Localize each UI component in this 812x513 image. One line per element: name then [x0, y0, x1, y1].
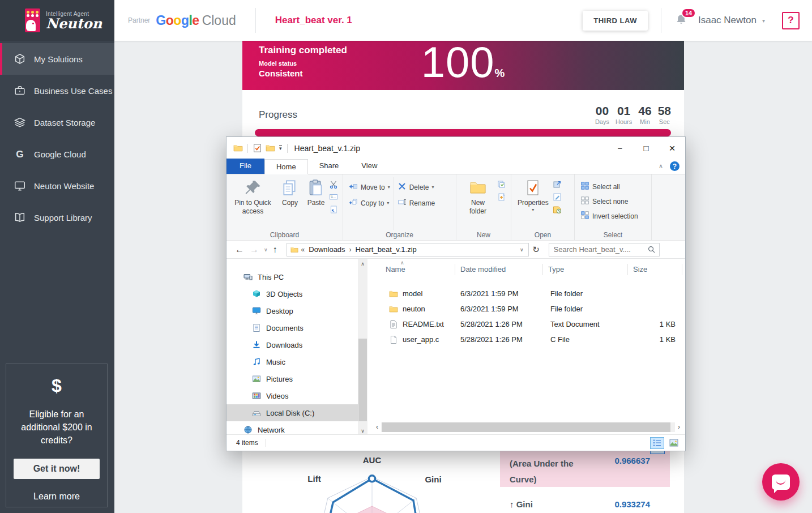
copy-to-button[interactable]: Copy to▾: [349, 198, 390, 208]
thumbnails-view-button[interactable]: [666, 437, 681, 449]
chat-launcher-button[interactable]: [762, 463, 800, 501]
tab-view[interactable]: View: [350, 159, 388, 174]
properties-button[interactable]: Properties ▾: [514, 177, 553, 230]
new-item-button[interactable]: [497, 193, 508, 202]
scroll-right-icon[interactable]: ›: [675, 423, 683, 431]
file-row-model[interactable]: model6/3/2021 1:59 PMFile folder: [367, 286, 682, 301]
cut-button[interactable]: [329, 180, 340, 189]
refresh-button[interactable]: ↻: [529, 243, 544, 256]
file-row-neuton[interactable]: neuton6/3/2021 1:59 PMFile folder: [367, 301, 682, 317]
paste-button[interactable]: Paste: [303, 177, 329, 230]
address-folder-icon: [290, 246, 298, 254]
move-to-button[interactable]: Move to▾: [349, 182, 390, 193]
copy-path-button[interactable]: \\...: [329, 193, 340, 202]
this-pc-icon: [243, 272, 253, 281]
quickaccess-newfolder-icon[interactable]: [266, 143, 275, 153]
rename-button[interactable]: Rename: [398, 198, 435, 208]
column-header-date-modified[interactable]: Date modified: [455, 264, 543, 275]
user-menu-chevron-icon[interactable]: ▾: [762, 18, 765, 24]
select-none-icon: [580, 196, 589, 207]
user-name[interactable]: Isaac Newton: [698, 15, 757, 26]
countdown-timer: 00Days01Hours46Min58Sec: [595, 104, 671, 125]
help-button[interactable]: ?: [782, 12, 800, 29]
app-logo[interactable]: Intelligent Agent Neuton: [0, 0, 114, 41]
sidebar-item-support-library[interactable]: Support Library: [0, 202, 114, 233]
nav-item-3d-objects[interactable]: 3D Objects: [226, 285, 358, 302]
forward-button[interactable]: →: [250, 245, 259, 255]
details-view-button[interactable]: [650, 437, 664, 449]
address-input[interactable]: « Downloads › Heart_beat_v.1.zip ∨: [287, 243, 529, 256]
edit-button[interactable]: [553, 193, 564, 202]
minimize-button[interactable]: −: [607, 137, 633, 159]
file-row-user-app-c[interactable]: user_app.c5/28/2021 1:26 PMC File1 KB: [367, 332, 682, 347]
nav-item-network[interactable]: Network: [226, 421, 358, 435]
nav-item-music[interactable]: Music: [226, 353, 358, 370]
open-button[interactable]: [553, 180, 564, 189]
screen: Intelligent Agent Neuton My SolutionsBus…: [0, 0, 812, 513]
paste-shortcut-button[interactable]: [329, 205, 340, 214]
sidebar-item-my-solutions[interactable]: My Solutions: [0, 43, 114, 75]
recent-locations-icon[interactable]: ∨: [264, 247, 268, 253]
column-header-type[interactable]: Type: [543, 264, 628, 275]
select-none-button[interactable]: Select none: [580, 196, 638, 207]
copy-button[interactable]: Copy: [277, 177, 303, 230]
tab-file[interactable]: File: [226, 159, 264, 174]
nav-item-label: Music: [266, 358, 285, 366]
nav-item-desktop[interactable]: Desktop: [226, 302, 358, 319]
breadcrumb-downloads[interactable]: Downloads: [306, 245, 348, 254]
invert-selection-icon: [580, 211, 589, 221]
network-icon: [243, 425, 253, 434]
tree-scroll-thumb[interactable]: [358, 339, 367, 421]
new-folder-button[interactable]: New folder: [459, 177, 497, 230]
quickaccess-customize-icon[interactable]: ▾: [279, 145, 282, 151]
address-dropdown-icon[interactable]: ∨: [518, 247, 526, 253]
close-button[interactable]: ×: [659, 137, 685, 159]
tab-share[interactable]: Share: [308, 159, 351, 174]
notifications-bell-icon[interactable]: 14: [674, 13, 689, 28]
collapse-ribbon-icon[interactable]: ∧: [659, 163, 663, 170]
delete-button[interactable]: Delete▾: [398, 182, 435, 193]
nav-item-downloads[interactable]: Downloads: [226, 336, 358, 353]
metrics-radar-chart: AUC Lift Gini: [242, 450, 508, 513]
easy-access-button[interactable]: [497, 180, 508, 189]
sidebar-item-neuton-website[interactable]: Neuton Website: [0, 170, 114, 202]
get-it-now-button[interactable]: Get it now!: [14, 459, 100, 479]
dollar-icon: $: [6, 375, 107, 396]
file-row-readme-txt[interactable]: README.txt5/28/2021 1:26 PMText Document…: [367, 317, 682, 332]
tree-scrollbar[interactable]: ∧ ∨: [358, 259, 367, 435]
top-header: Partner Google Cloud Heart_beat ver. 1 T…: [114, 0, 812, 41]
sidebar-item-dataset-storage[interactable]: Dataset Storage: [0, 106, 114, 138]
tab-home[interactable]: Home: [264, 159, 308, 174]
tree-scroll-up-icon[interactable]: ∧: [358, 259, 367, 268]
scroll-left-icon[interactable]: ‹: [373, 423, 381, 431]
up-button[interactable]: ↑: [273, 245, 277, 255]
invert-selection-button[interactable]: Invert selection: [580, 211, 638, 221]
explorer-help-icon[interactable]: ?: [670, 161, 679, 171]
column-header-name[interactable]: Name∧: [367, 264, 455, 275]
search-input[interactable]: [549, 245, 644, 254]
nav-item-this-pc[interactable]: This PC: [226, 268, 358, 285]
hscroll-thumb[interactable]: [382, 422, 670, 432]
explorer-titlebar[interactable]: ▾ Heart_beat_v.1.zip − □ ×: [226, 137, 685, 159]
sidebar-item-google-cloud[interactable]: GGoogle Cloud: [0, 138, 114, 170]
learn-more-link[interactable]: Learn more: [6, 491, 107, 502]
ribbon-group-select: Select all Select none Invert selection …: [575, 174, 652, 240]
maximize-button[interactable]: □: [633, 137, 659, 159]
select-all-button[interactable]: Select all: [580, 181, 638, 192]
nav-item-videos[interactable]: Videos: [226, 387, 358, 404]
quickaccess-properties-icon[interactable]: [253, 143, 262, 153]
horizontal-scrollbar[interactable]: ‹ ›: [373, 422, 683, 432]
copy-icon: [281, 179, 299, 197]
nav-item-pictures[interactable]: Pictures: [226, 370, 358, 387]
pin-to-quick-access-button[interactable]: Pin to Quick access: [229, 177, 277, 230]
nav-item-documents[interactable]: Documents: [226, 319, 358, 336]
history-button[interactable]: [553, 205, 564, 214]
model-status-value: Consistent: [259, 69, 303, 78]
third-law-button[interactable]: THIRD LAW: [583, 11, 648, 31]
back-button[interactable]: ←: [235, 245, 244, 255]
breadcrumb-zip[interactable]: Heart_beat_v.1.zip: [353, 245, 420, 254]
column-header-size[interactable]: Size: [628, 264, 682, 275]
svg-text:G: G: [16, 148, 24, 160]
sidebar-item-business-use-cases[interactable]: Business Use Cases: [0, 75, 114, 106]
nav-item-local-disk-c[interactable]: Local Disk (C:): [226, 404, 358, 421]
